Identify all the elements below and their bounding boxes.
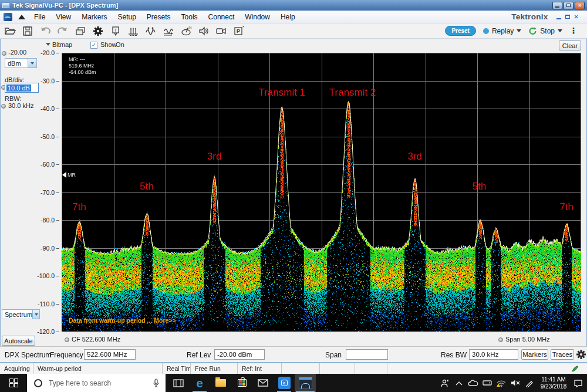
marker-tag-icon[interactable]: T [109,25,122,37]
redo-icon[interactable] [56,25,69,37]
svg-text:P: P [236,28,239,34]
y-axis: -20.0-30.0-40.0-50.0-60.0-70.0-80.0-90.0… [0,53,60,332]
status-cell [320,363,355,374]
camera-icon[interactable] [215,25,227,37]
markers-button[interactable]: Markers [521,349,548,360]
frequency-input[interactable] [84,349,136,360]
trace-selector-caret-icon[interactable] [46,43,50,46]
y-axis-label: -120.0 [37,328,55,335]
ref-lev-input[interactable] [214,349,265,360]
trace-selector[interactable]: Bitmap [52,41,72,48]
wifi-warning-icon[interactable] [495,374,507,392]
y-axis-label: -30.0 [41,77,55,85]
undo-icon[interactable] [39,25,51,37]
y-axis-label: -70.0 [41,189,55,196]
y-axis-tick [56,81,59,82]
dpx-bitmap-canvas[interactable] [62,53,581,332]
show-label: Show [100,41,117,48]
stop-label: Stop [540,27,555,35]
y-axis-label: -20.0 [41,49,55,56]
eject-icon[interactable] [18,15,25,19]
taskbar-search[interactable] [27,374,166,392]
audio-icon[interactable] [197,25,210,37]
y-axis-tick [56,332,59,332]
windows-logo-icon [9,379,18,387]
microphone-icon[interactable] [153,379,160,388]
minimize-button[interactable] [552,2,562,9]
cf-knob-icon[interactable] [65,337,69,342]
task-view-button[interactable] [168,374,189,392]
wave-arrow-icon[interactable] [162,25,174,37]
show-checkbox[interactable]: ✓ [90,42,97,49]
signalvu-app-icon[interactable] [295,374,316,392]
stop-control[interactable]: Stop [528,26,562,35]
status-cell-ref-int: Ref: Int [238,363,282,374]
span-input[interactable] [346,349,388,360]
toolbar: T N P* Preset Replay Stop ⋮ [0,23,587,39]
settings-gear-button[interactable] [576,349,586,362]
spectrum-comb-icon[interactable] [127,25,139,37]
menu-item-tools[interactable]: Tools [176,12,203,22]
mail-app-icon[interactable] [252,374,274,392]
status-cell [355,363,387,374]
open-icon[interactable] [4,25,16,37]
blue-app-icon[interactable] [274,374,295,392]
menu-item-markers[interactable]: Markers [76,12,112,22]
y-axis-tick [56,220,59,221]
edge-app-icon[interactable]: e [189,374,210,392]
volume-muted-icon[interactable] [509,374,521,392]
menu-item-connect[interactable]: Connect [203,12,240,22]
start-button[interactable] [0,374,27,392]
span-knob-icon[interactable] [498,337,503,342]
cf-readout[interactable]: CF 522.600 MHz [72,336,120,343]
menu-item-window[interactable]: Window [239,12,275,22]
menu-item-presets[interactable]: Presets [141,12,176,22]
clear-button[interactable]: Clear [559,40,581,50]
action-center-icon[interactable] [572,374,584,392]
file-explorer-icon[interactable] [210,374,231,392]
replay-icon [483,28,489,34]
close-button[interactable]: ✕ [575,2,585,9]
clock-date: 9/23/2018 [537,383,570,390]
menu-item-setup[interactable]: Setup [112,12,141,22]
windows-ink-icon[interactable] [523,374,535,392]
svg-text:T: T [114,28,117,33]
dpx-spectrum-view: Bitmap ✓ Show On Clear -20.00 dBm dB/div… [0,39,587,346]
taskbar-clock[interactable]: 11:41 AM 9/23/2018 [537,376,570,390]
restore-button[interactable] [564,2,573,9]
preset-button[interactable]: Preset [445,26,476,36]
menu-item-file[interactable]: File [29,12,50,22]
preset-p-icon[interactable]: P* [232,25,245,37]
y-axis-tick [56,276,59,276]
device-icon[interactable] [481,374,493,392]
span-readout[interactable]: Span 5.00 MHz [505,336,550,343]
replay-caret-icon[interactable] [517,29,521,32]
search-input[interactable] [48,379,153,388]
replay-control[interactable]: Replay [483,27,521,35]
tray-expand-icon[interactable] [453,374,465,392]
app-icon[interactable] [4,13,12,21]
stop-caret-icon[interactable] [558,29,562,32]
y-axis-tick [56,164,59,165]
windows-taskbar: e 11:41 AM 9/23/2018 [0,374,587,392]
save-icon[interactable] [21,25,33,37]
analyze-compass-icon[interactable]: N [180,25,192,37]
y-axis-tick [56,192,59,193]
spectrum-plot: MR: --- 519.6 MHz -64.00 dBm MR Data fro… [62,53,581,332]
people-icon[interactable] [438,374,451,392]
res-bw-input[interactable] [469,349,518,360]
more-options-icon[interactable]: ⋮ [569,27,578,35]
settings-gear-icon[interactable] [92,25,104,37]
menu-item-help[interactable]: Help [275,12,301,22]
store-app-icon[interactable] [231,374,252,392]
wave-markers-icon[interactable] [144,25,157,37]
mode-label: DPX Spectrum [5,351,51,359]
menu-item-view[interactable]: View [50,12,76,22]
displays-icon[interactable] [74,25,86,37]
autoscale-button[interactable]: Autoscale [2,336,35,346]
onedrive-icon[interactable] [467,374,479,392]
mdi-restore-icon[interactable] [565,15,570,19]
traces-button[interactable]: Traces [551,349,574,360]
mdi-minimize-icon[interactable] [556,18,561,19]
mdi-close-icon[interactable]: ✕ [574,14,579,20]
